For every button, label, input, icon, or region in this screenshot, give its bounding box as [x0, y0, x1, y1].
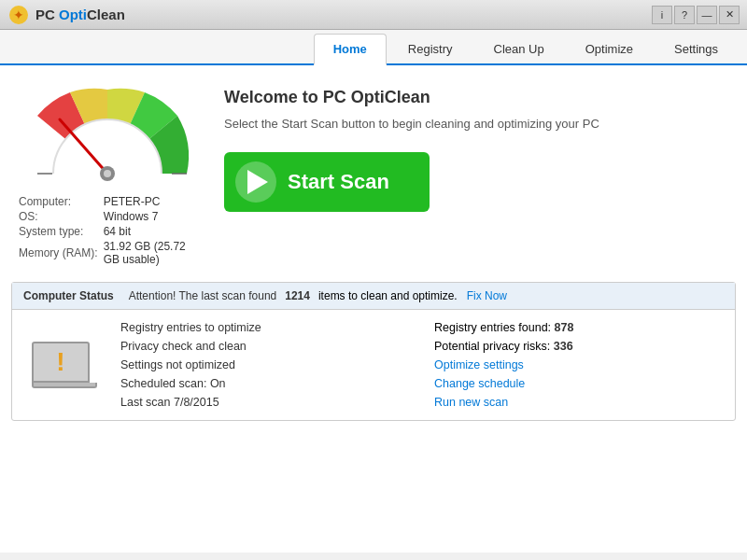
registry-entries-label: Registry entries found: — [434, 321, 551, 334]
main-content: Computer: PETER-PC OS: Windows 7 System … — [0, 65, 747, 553]
svg-text:✦: ✦ — [13, 7, 24, 22]
privacy-risks-label: Potential privacy risks: — [434, 340, 550, 353]
computer-row: Computer: PETER-PC — [19, 194, 205, 209]
run-new-scan-link[interactable]: Run new scan — [434, 396, 508, 409]
close-button[interactable]: ✕ — [719, 6, 740, 24]
app-title: PC OptiClean — [35, 7, 125, 22]
status-item-privacy-right: Potential privacy risks: 336 — [434, 340, 720, 353]
attention-text: Attention! The last scan found — [129, 289, 277, 302]
exclamation-icon: ! — [56, 349, 64, 375]
tab-settings[interactable]: Settings — [655, 34, 738, 63]
gauge-section: Computer: PETER-PC OS: Windows 7 System … — [19, 80, 205, 267]
help-button[interactable]: ? — [674, 6, 695, 24]
status-item-lastscan: Last scan 7/8/2015 — [120, 396, 406, 409]
status-item-schedule-right: Change schedule — [434, 377, 720, 390]
items-text: items to clean and optimize. — [318, 289, 458, 302]
tab-home[interactable]: Home — [314, 34, 387, 65]
computer-status-label: Computer Status — [23, 289, 114, 302]
tab-cleanup[interactable]: Clean Up — [474, 34, 564, 63]
gauge-container — [19, 80, 196, 183]
laptop-base — [32, 383, 97, 388]
os-label: OS: — [19, 209, 104, 224]
status-item-settings: Settings not optimized — [120, 358, 406, 371]
memory-label: Memory (RAM): — [19, 239, 104, 267]
os-value: Windows 7 — [104, 209, 205, 224]
system-info: Computer: PETER-PC OS: Windows 7 System … — [19, 194, 205, 267]
info-button[interactable]: i — [652, 6, 672, 24]
top-section: Computer: PETER-PC OS: Windows 7 System … — [0, 65, 747, 282]
status-items-grid: Registry entries to optimize Registry en… — [120, 321, 720, 409]
laptop-screen: ! — [32, 342, 90, 383]
speedometer-gauge — [19, 80, 196, 188]
registry-entries-count: 878 — [555, 321, 574, 334]
status-warning-icon-area: ! — [27, 321, 102, 409]
tab-optimize[interactable]: Optimize — [566, 34, 653, 63]
system-type-row: System type: 64 bit — [19, 224, 205, 239]
status-item-schedule: Scheduled scan: On — [120, 377, 406, 390]
start-scan-button[interactable]: Start Scan — [224, 152, 430, 212]
status-item-registry-right: Registry entries found: 878 — [434, 321, 720, 334]
status-section: Computer Status Attention! The last scan… — [11, 282, 736, 421]
play-triangle-icon — [247, 170, 268, 194]
memory-value: 31.92 GB (25.72 GB usable) — [104, 239, 205, 267]
welcome-title: Welcome to PC OptiClean — [224, 88, 728, 107]
privacy-risks-count: 336 — [554, 340, 573, 353]
change-schedule-link[interactable]: Change schedule — [434, 377, 525, 390]
status-body: ! Registry entries to optimize Registry … — [12, 310, 735, 420]
app-branding: ✦ PC OptiClean — [7, 4, 125, 26]
status-item-settings-right: Optimize settings — [434, 358, 720, 371]
system-type-value: 64 bit — [104, 224, 205, 239]
status-item-lastscan-right: Run new scan — [434, 396, 720, 409]
scan-button-label: Start Scan — [288, 170, 389, 194]
issue-count: 1214 — [285, 289, 310, 302]
fix-now-link[interactable]: Fix Now — [467, 289, 507, 302]
laptop-warning-icon: ! — [32, 342, 97, 388]
welcome-section: Welcome to PC OptiClean Select the Start… — [224, 80, 728, 267]
status-header: Computer Status Attention! The last scan… — [12, 283, 735, 310]
navigation-bar: Home Registry Clean Up Optimize Settings — [0, 30, 747, 65]
svg-point-5 — [104, 170, 111, 177]
computer-label: Computer: — [19, 194, 104, 209]
tab-registry[interactable]: Registry — [388, 34, 472, 63]
os-row: OS: Windows 7 — [19, 209, 205, 224]
status-item-registry: Registry entries to optimize — [120, 321, 406, 334]
title-bar: ✦ PC OptiClean i ? — ✕ — [0, 0, 747, 30]
window-controls: i ? — ✕ — [652, 6, 740, 24]
app-logo-icon: ✦ — [7, 4, 30, 26]
welcome-description: Select the Start Scan button to begin cl… — [224, 115, 728, 133]
scan-play-icon — [235, 161, 276, 203]
system-type-label: System type: — [19, 224, 104, 239]
memory-row: Memory (RAM): 31.92 GB (25.72 GB usable) — [19, 239, 205, 267]
minimize-button[interactable]: — — [697, 6, 717, 24]
optimize-settings-link[interactable]: Optimize settings — [434, 358, 524, 371]
computer-value: PETER-PC — [104, 194, 205, 209]
status-item-privacy: Privacy check and clean — [120, 340, 406, 353]
